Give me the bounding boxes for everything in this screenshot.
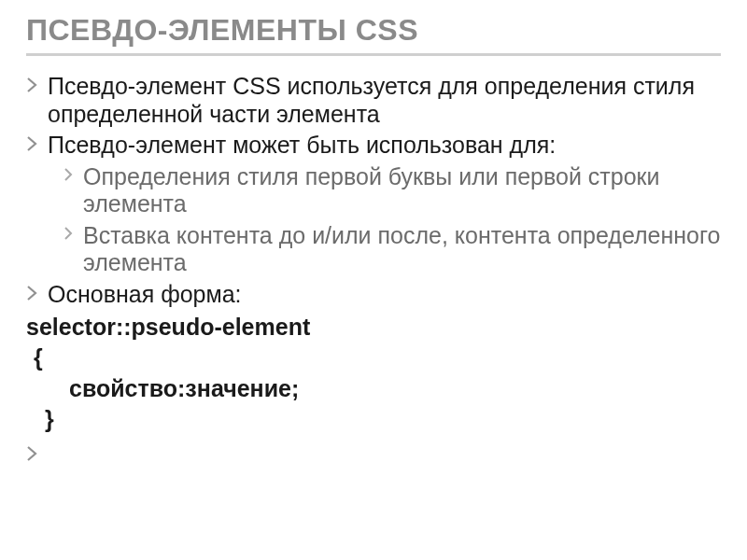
chevron-right-icon <box>26 77 38 93</box>
code-block: selector::pseudo-element { свойство:знач… <box>26 312 721 435</box>
list-item: Псевдо-элемент CSS используется для опре… <box>26 73 721 128</box>
page-title: ПСЕВДО-ЭЛЕМЕНТЫ CSS <box>26 13 721 48</box>
chevron-right-icon <box>63 167 74 182</box>
chevron-right-icon <box>26 441 721 469</box>
list-item-text: Основная форма: <box>48 281 721 309</box>
list-item-text: Определения стиля первой буквы или перво… <box>83 163 721 218</box>
chevron-right-icon <box>26 135 38 152</box>
list-item: Псевдо-элемент может быть использован дл… <box>26 132 721 160</box>
chevron-right-icon <box>26 285 38 301</box>
title-underline <box>26 53 721 56</box>
list-item: Вставка контента до и/или после, контент… <box>63 222 721 277</box>
code-line: } <box>26 404 721 435</box>
list-item-text: Псевдо-элемент может быть использован дл… <box>48 132 721 160</box>
list-item: Основная форма: <box>26 281 721 309</box>
code-line: свойство:значение; <box>26 373 721 404</box>
chevron-right-icon <box>63 226 74 241</box>
slide: ПСЕВДО-ЭЛЕМЕНТЫ CSS Псевдо-элемент CSS и… <box>0 0 747 560</box>
content-area: Псевдо-элемент CSS используется для опре… <box>26 73 721 469</box>
list-item: Определения стиля первой буквы или перво… <box>63 163 721 218</box>
code-line: selector::pseudo-element <box>26 312 721 343</box>
code-line: { <box>26 343 721 373</box>
list-item-text: Псевдо-элемент CSS используется для опре… <box>48 73 721 128</box>
list-item-text: Вставка контента до и/или после, контент… <box>83 222 721 277</box>
